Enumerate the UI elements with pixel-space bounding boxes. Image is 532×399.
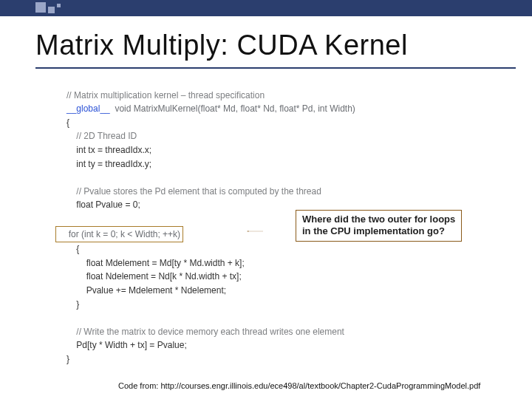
code-keyword: __global__ (66, 103, 110, 114)
highlighted-for-loop: for (int k = 0; k < Width; ++k) (55, 226, 183, 243)
code-line: // Pvalue stores the Pd element that is … (66, 186, 321, 197)
code-line: Pd[ty * Width + tx] = Pvalue; (66, 340, 187, 350)
code-line: } (66, 299, 79, 310)
code-line: int ty = threadIdx.y; (66, 159, 151, 169)
code-line: float Mdelement = Md[ty * Md.width + k]; (66, 258, 245, 268)
square-icon (35, 2, 46, 13)
code-line: { (66, 244, 79, 254)
annotation-callout: Where did the two outer for loops in the… (296, 210, 462, 242)
slide-top-bar (0, 0, 532, 16)
code-line: float Ndelement = Nd[k * Nd.width + tx]; (66, 271, 242, 282)
code-line: float Pvalue = 0; (66, 200, 140, 210)
code-citation: Code from: http://courses.engr.illinois.… (118, 381, 480, 390)
code-line: int tx = threadIdx.x; (66, 145, 151, 155)
code-line: void MatrixMulKernel(float* Md, float* N… (110, 103, 355, 114)
arrow-icon (214, 231, 296, 232)
code-line: Pvalue += Mdelement * Ndelement; (66, 285, 226, 296)
code-line: // Matrix multiplication kernel – thread… (66, 90, 265, 100)
svg-marker-1 (247, 231, 248, 232)
square-icon (57, 4, 61, 7)
code-line: // Write the matrix to device memory eac… (66, 327, 344, 337)
square-icon (48, 7, 55, 13)
slide-title: Matrix Multiply: CUDA Kernel (35, 30, 532, 61)
code-line: { (66, 117, 69, 128)
code-line: // 2D Thread ID (66, 131, 137, 141)
title-divider (35, 67, 516, 69)
code-line: } (66, 354, 69, 364)
decorative-squares (35, 2, 61, 13)
